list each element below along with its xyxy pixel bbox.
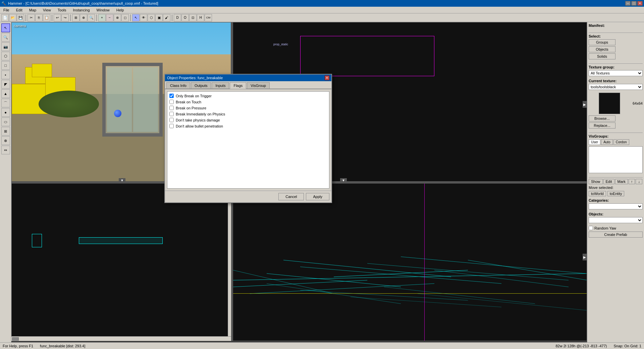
- cordon-tab[interactable]: Cordon: [613, 139, 629, 145]
- select-label: Select:: [589, 34, 643, 38]
- front-viewport[interactable]: [11, 183, 231, 341]
- csg-carve-button[interactable]: ⊗: [114, 14, 121, 21]
- brush-mode-button[interactable]: ▣: [155, 14, 163, 21]
- sphere-tool[interactable]: ●: [1, 108, 10, 117]
- flag-checkbox-3[interactable]: [169, 112, 174, 116]
- to-entity-button[interactable]: toEntity: [607, 191, 625, 196]
- svg-line-11: [233, 270, 334, 294]
- browse-button[interactable]: Browse...: [589, 115, 615, 121]
- maximize-button[interactable]: □: [631, 1, 637, 6]
- paste-button[interactable]: 📋: [43, 14, 50, 21]
- arch-tool[interactable]: ⌒: [1, 99, 10, 107]
- select-buttons: Groups Objects Solids: [589, 39, 643, 59]
- apply-button[interactable]: Apply: [306, 193, 329, 200]
- to-world-button[interactable]: toWorld: [589, 191, 606, 196]
- close-button[interactable]: ✕: [637, 1, 643, 6]
- new-button[interactable]: 📄: [1, 14, 9, 21]
- cut-button[interactable]: ✂: [28, 14, 35, 21]
- cordon-button[interactable]: ⊡: [189, 14, 197, 21]
- select-mode-button[interactable]: ↖: [132, 14, 140, 21]
- camera-tool[interactable]: 📷: [1, 42, 10, 51]
- brush-tool[interactable]: □: [1, 61, 10, 70]
- viewport-collapse-arrow-3[interactable]: ▼: [119, 178, 125, 182]
- select-tool[interactable]: ↖: [1, 23, 10, 32]
- viewport-collapse-arrow-4[interactable]: ▼: [340, 178, 347, 182]
- flip-tool[interactable]: ⇔: [1, 146, 10, 154]
- tab-visgroup[interactable]: VisGroup: [247, 82, 270, 89]
- menu-tools[interactable]: Tools: [56, 8, 68, 12]
- titlebar-controls[interactable]: ─ □ ✕: [625, 1, 643, 6]
- flag-checkbox-1[interactable]: [169, 100, 174, 104]
- groups-button[interactable]: Groups: [589, 39, 615, 45]
- current-texture-select[interactable]: tools/toolsblack: [589, 84, 643, 90]
- scroll-thumb-h[interactable]: [12, 337, 19, 341]
- objects-button[interactable]: Objects: [589, 46, 615, 52]
- flag-checkbox-5[interactable]: [169, 124, 174, 128]
- minimize-button[interactable]: ─: [625, 1, 631, 6]
- snap-button[interactable]: ⊕: [80, 14, 87, 21]
- save-button[interactable]: 💾: [17, 14, 24, 21]
- viewport-collapse-arrow[interactable]: ▶: [583, 101, 587, 108]
- menu-edit[interactable]: Edit: [14, 8, 24, 12]
- tab-class-info[interactable]: Class Info: [166, 82, 190, 89]
- dialog-close-button[interactable]: ✕: [325, 76, 329, 80]
- subdivide-tool[interactable]: ⊞: [1, 127, 10, 136]
- random-yaw-checkbox[interactable]: [589, 226, 593, 230]
- block-tool[interactable]: ▪: [1, 70, 10, 79]
- carve-tool[interactable]: ⊗: [1, 136, 10, 145]
- front-viewport-scrollbar-h[interactable]: [11, 336, 231, 341]
- svg-line-6: [250, 284, 434, 294]
- texture-group-select[interactable]: All Textures: [589, 70, 643, 76]
- undo-button[interactable]: ↩: [54, 14, 61, 21]
- csg-add-button[interactable]: +: [98, 14, 106, 21]
- show-button[interactable]: Show: [589, 179, 603, 184]
- cylinder-tool[interactable]: ⬭: [1, 117, 10, 126]
- solids-button[interactable]: Solids: [589, 53, 615, 59]
- up-button[interactable]: ↑: [629, 179, 635, 184]
- objects-select[interactable]: [589, 217, 643, 223]
- tab-inputs[interactable]: Inputs: [212, 82, 229, 89]
- object-properties-dialog[interactable]: Object Properties: func_breakable ✕ Clas…: [164, 74, 332, 203]
- user-tab[interactable]: User: [589, 139, 600, 145]
- menu-file[interactable]: File: [1, 8, 11, 12]
- entity-mode-button[interactable]: ⬡: [148, 14, 155, 21]
- menu-view[interactable]: View: [41, 8, 53, 12]
- flag-checkbox-0[interactable]: [169, 94, 174, 98]
- auto-tab[interactable]: Auto: [601, 139, 613, 145]
- cancel-button[interactable]: Cancel: [278, 193, 304, 200]
- tab-flags[interactable]: Flags: [230, 82, 246, 89]
- decal-button[interactable]: D: [174, 14, 181, 21]
- open-button[interactable]: 📂: [9, 14, 16, 21]
- edit-button[interactable]: Edit: [603, 179, 614, 184]
- entity-tool[interactable]: ⬡: [1, 52, 10, 60]
- magnify-tool[interactable]: 🔍: [1, 33, 10, 42]
- grid-button[interactable]: ⊞: [72, 14, 79, 21]
- copy-button[interactable]: ⎘: [35, 14, 43, 21]
- magnify-button[interactable]: 🔍: [88, 14, 95, 21]
- csg-sub-button[interactable]: −: [106, 14, 113, 21]
- csg-hollow-button[interactable]: ◻: [121, 14, 129, 21]
- replace-button[interactable]: Replace...: [589, 122, 615, 129]
- viewport-collapse-arrow-2[interactable]: ▶: [583, 254, 587, 260]
- menu-instancing[interactable]: Instancing: [71, 8, 92, 12]
- side-viewport[interactable]: [233, 183, 587, 341]
- categories-select[interactable]: [589, 203, 643, 209]
- menu-help[interactable]: Help: [114, 8, 126, 12]
- flag-checkbox-2[interactable]: [169, 106, 174, 110]
- wedge-tool[interactable]: ◤: [1, 80, 10, 89]
- down-button[interactable]: ↓: [636, 179, 642, 184]
- flag-checkbox-4[interactable]: [169, 118, 174, 122]
- mark-button[interactable]: Mark: [615, 179, 628, 184]
- camera-mode-button[interactable]: 👁: [140, 14, 147, 21]
- categories-section: Categories:: [589, 198, 643, 209]
- tab-outputs[interactable]: Outputs: [191, 82, 211, 89]
- cm-button[interactable]: CM: [205, 14, 212, 21]
- overlay-button[interactable]: O: [181, 14, 189, 21]
- create-prefab-button[interactable]: Create Prefab: [589, 232, 643, 238]
- spike-tool[interactable]: ▲: [1, 89, 10, 98]
- redo-button[interactable]: ↪: [61, 14, 69, 21]
- menu-window[interactable]: Window: [95, 8, 112, 12]
- texture-mode-button[interactable]: 🖌: [163, 14, 170, 21]
- menu-map[interactable]: Map: [27, 8, 38, 12]
- hide-button[interactable]: H: [197, 14, 204, 21]
